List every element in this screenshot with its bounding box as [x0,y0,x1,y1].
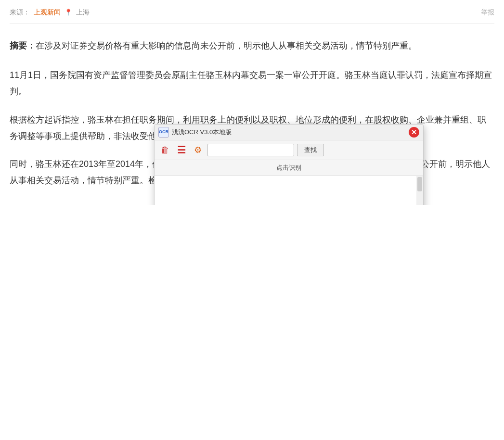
source-link[interactable]: 上观新闻 [34,7,61,18]
ocr-title-text: 浅浅OCR V3.0本地版 [172,127,232,138]
ocr-close-button[interactable]: ✕ [409,127,419,138]
list-icon: ☰ [177,144,186,156]
summary-block: 摘要：在涉及对证券交易价格有重大影响的信息尚未公开前，明示他人从事相关交易活动，… [10,38,494,53]
page-wrapper: 来源： 上观新闻 📍 上海 举报 摘要：在涉及对证券交易价格有重大影响的信息尚未… [0,0,504,205]
ocr-trash-button[interactable]: 🗑 [158,143,172,157]
article-meta: 来源： 上观新闻 📍 上海 举报 [10,0,494,24]
ocr-title-left: OCR 浅浅OCR V3.0本地版 [158,127,232,138]
ocr-toolbar: 🗑 ☰ ⚙ 查找 [155,140,423,160]
summary-label: 摘要： [10,41,36,50]
summary-text: 在涉及对证券交易价格有重大影响的信息尚未公开前，明示他人从事相关交易活动，情节特… [36,41,417,50]
article-paragraph-1: 11月1日，国务院国有资产监督管理委员会原副主任骆玉林内幕交易一案一审公开开庭。… [10,67,494,100]
ocr-find-button[interactable]: 查找 [297,144,324,156]
gear-icon: ⚙ [194,145,202,155]
ocr-titlebar: OCR 浅浅OCR V3.0本地版 ✕ [155,125,423,140]
location-text: 上海 [76,7,90,18]
meta-left: 来源： 上观新闻 📍 上海 [10,7,90,18]
ocr-list-button[interactable]: ☰ [175,143,188,157]
ocr-dialog: OCR 浅浅OCR V3.0本地版 ✕ 🗑 ☰ ⚙ 查找 点击识别 [154,124,424,205]
location-pin-icon: 📍 [65,7,72,18]
source-label: 来源： [10,7,30,18]
ocr-gear-button[interactable]: ⚙ [191,143,205,157]
report-link[interactable]: 举报 [481,8,494,16]
scroll-thumb [417,177,422,191]
ocr-recognize-button[interactable]: 点击识别 [155,160,423,176]
trash-icon: 🗑 [161,145,169,155]
ocr-content-area[interactable]: ▼ [155,176,423,205]
ocr-search-input[interactable] [207,144,294,156]
ocr-logo-icon: OCR [158,127,169,138]
meta-right: 举报 [481,7,494,18]
ocr-scrollbar[interactable]: ▼ [416,176,423,205]
